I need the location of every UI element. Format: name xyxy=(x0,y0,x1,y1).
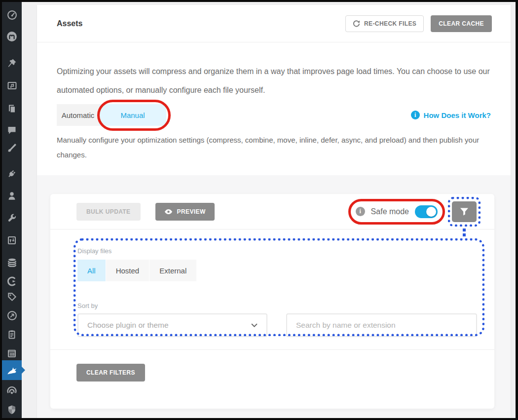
shield-icon xyxy=(7,405,17,415)
sidebar-item-hummingbird[interactable] xyxy=(2,360,22,380)
sidebar-item-plugins[interactable] xyxy=(2,165,22,183)
sidebar-item-settings[interactable] xyxy=(2,231,22,249)
refresh-icon xyxy=(353,20,360,27)
wpmudev-logo-icon xyxy=(6,31,17,42)
bulk-update-button[interactable]: BULK UPDATE xyxy=(76,203,141,221)
sidebar-item-tools[interactable] xyxy=(2,209,22,227)
manual-description: Manually configure your optimization set… xyxy=(57,133,491,175)
admin-viewport: Assets RE-CHECK FILES CLEAR CACHE Optimi… xyxy=(2,2,516,418)
display-tab-hosted[interactable]: Hosted xyxy=(106,260,149,281)
files-section: BULK UPDATE PREVIEW i Safe mode xyxy=(37,175,511,418)
dashboard-gauge-icon xyxy=(7,10,17,20)
select-value: Choose plugin or theme xyxy=(87,321,169,330)
recheck-files-button[interactable]: RE-CHECK FILES xyxy=(345,15,424,32)
display-files-label: Display files xyxy=(77,247,494,255)
paintbrush-icon xyxy=(7,143,17,153)
funnel-icon xyxy=(460,207,469,216)
preview-button[interactable]: PREVIEW xyxy=(155,203,215,221)
info-icon: i xyxy=(356,207,365,216)
sidebar-item-signals[interactable] xyxy=(2,382,22,400)
plugin-theme-select[interactable]: Choose plugin or theme xyxy=(77,313,267,337)
files-toolbar: BULK UPDATE PREVIEW i Safe mode xyxy=(50,194,494,229)
tab-manual[interactable]: Manual xyxy=(99,104,166,126)
panel-footer: CLEAR FILTERS xyxy=(50,350,494,409)
sidebar-item-events[interactable] xyxy=(2,344,22,362)
calendar-icon xyxy=(7,348,17,358)
sidebar-item-launcher[interactable] xyxy=(2,306,22,324)
sidebar-item-tags[interactable] xyxy=(2,288,22,305)
main-content: Assets RE-CHECK FILES CLEAR CACHE Optimi… xyxy=(22,2,516,418)
card-header: Assets RE-CHECK FILES CLEAR CACHE xyxy=(37,5,511,42)
comment-icon xyxy=(7,125,17,135)
sidebar-item-users[interactable] xyxy=(2,187,22,205)
filter-inputs-row: Choose plugin or theme xyxy=(77,313,494,337)
filters-area: Display files All Hosted External Sort b… xyxy=(50,229,494,350)
chevron-down-icon xyxy=(251,323,258,327)
safe-mode-group: i Safe mode xyxy=(348,199,445,225)
sort-by-label: Sort by xyxy=(77,302,494,309)
display-tab-external[interactable]: External xyxy=(149,260,196,281)
recheck-files-label: RE-CHECK FILES xyxy=(364,20,416,27)
filter-button-wrap xyxy=(452,201,477,222)
blue-annotation-dot xyxy=(463,233,466,236)
tab-automatic[interactable]: Automatic xyxy=(57,104,99,126)
settings-icon xyxy=(7,235,17,245)
concentric-circles-icon xyxy=(6,385,17,396)
sidebar-item-pages[interactable] xyxy=(2,100,22,117)
circle-arrow-icon xyxy=(7,310,17,321)
tab-manual-wrap: Manual xyxy=(99,104,166,126)
blue-annotation-dot xyxy=(463,229,466,231)
assets-card: Assets RE-CHECK FILES CLEAR CACHE Optimi… xyxy=(37,5,511,418)
admin-sidebar xyxy=(2,2,22,418)
tag-icon xyxy=(7,292,17,302)
info-icon: i xyxy=(411,111,420,119)
crescent-play-icon xyxy=(7,276,17,286)
database-icon xyxy=(7,258,17,268)
sidebar-item-forms[interactable] xyxy=(2,326,22,344)
page-title: Assets xyxy=(57,19,345,28)
display-tab-all[interactable]: All xyxy=(77,260,106,281)
clipboard-icon xyxy=(7,330,17,340)
intro-paragraph: Optimizing your assets will compress and… xyxy=(57,62,491,99)
how-does-it-work-link[interactable]: i How Does it Work? xyxy=(411,111,491,119)
sidebar-item-posts[interactable] xyxy=(2,54,22,72)
mode-tabs-row: Automatic Manual i How Does it Work? xyxy=(57,104,491,126)
clear-cache-button[interactable]: CLEAR CACHE xyxy=(431,15,492,32)
clear-filters-button[interactable]: CLEAR FILTERS xyxy=(76,364,145,382)
pages-icon xyxy=(7,104,17,114)
files-panel: BULK UPDATE PREVIEW i Safe mode xyxy=(50,194,494,409)
filter-button[interactable] xyxy=(452,201,477,222)
eye-icon xyxy=(164,209,173,215)
search-input[interactable] xyxy=(286,313,477,337)
pushpin-icon xyxy=(7,58,17,68)
toggle-knob xyxy=(426,207,436,217)
plug-icon xyxy=(7,169,17,179)
wrench-icon xyxy=(7,213,17,223)
media-icon xyxy=(7,80,17,90)
sidebar-item-database[interactable] xyxy=(2,254,22,271)
sidebar-item-dashboard[interactable] xyxy=(2,6,22,24)
safe-mode-toggle[interactable] xyxy=(415,205,438,218)
intro-section: Optimizing your assets will compress and… xyxy=(37,42,511,175)
sidebar-item-media[interactable] xyxy=(2,76,22,94)
user-icon xyxy=(7,191,17,201)
display-files-tabs: All Hosted External xyxy=(77,260,494,281)
sidebar-item-wpmudev[interactable] xyxy=(2,28,22,45)
screenshot-frame: Assets RE-CHECK FILES CLEAR CACHE Optimi… xyxy=(0,0,518,420)
how-does-it-work-label: How Does it Work? xyxy=(424,111,491,119)
safe-mode-label: Safe mode xyxy=(371,207,409,216)
sidebar-item-defender[interactable] xyxy=(2,401,22,418)
hummingbird-icon xyxy=(6,364,18,376)
preview-label: PREVIEW xyxy=(177,208,206,215)
sidebar-item-comments[interactable] xyxy=(2,121,22,139)
sidebar-item-appearance[interactable] xyxy=(2,139,22,156)
